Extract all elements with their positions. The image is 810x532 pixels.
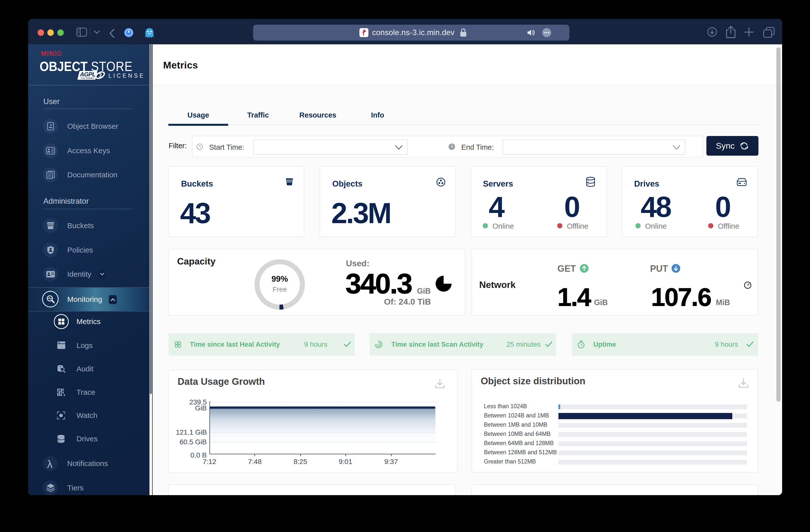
svg-text:3: 3	[98, 72, 102, 79]
